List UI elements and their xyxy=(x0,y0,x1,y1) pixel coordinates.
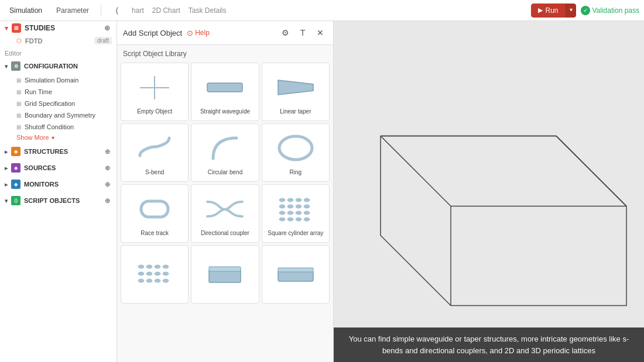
script-objects-label: SCRIPT OBJECTS xyxy=(24,197,80,204)
show-more-button[interactable]: Show More xyxy=(0,133,117,143)
card-item12[interactable] xyxy=(262,245,330,304)
script-objects-add-button[interactable]: ⊕ xyxy=(102,196,112,205)
tab-parameter[interactable]: Parameter xyxy=(52,4,94,17)
sources-collapse-icon: ▸ xyxy=(5,165,8,171)
viewport: You can find simple waveguide or taper s… xyxy=(334,21,644,362)
svg-point-20 xyxy=(296,218,302,221)
structures-collapse-icon: ▸ xyxy=(5,149,8,155)
svg-marker-3 xyxy=(278,80,313,95)
shutoff-condition-label: Shutoff Condition xyxy=(25,123,74,130)
svg-point-7 xyxy=(287,198,293,202)
svg-point-32 xyxy=(155,279,160,282)
card-empty-object[interactable]: Empty Object xyxy=(121,63,189,121)
structures-icon: ◈ xyxy=(11,147,20,156)
sources-add-button[interactable]: ⊕ xyxy=(102,163,112,173)
sidebar-item-boundary-symmetry[interactable]: ⊞ Boundary and Symmetry xyxy=(0,109,117,121)
card-straight-waveguide[interactable]: Straight waveguide xyxy=(191,63,259,121)
straight-waveguide-image xyxy=(204,70,245,105)
main-layout: ▾ ⊞ STUDIES ⊕ ⬡ FDTD draft Editor ▾ ⚙ CO… xyxy=(0,21,644,362)
monitors-add-button[interactable]: ⊕ xyxy=(102,180,112,189)
monitors-collapse-icon: ▸ xyxy=(5,181,8,188)
item10-image xyxy=(134,256,175,291)
fdtd-icon: ⬡ xyxy=(16,37,22,44)
script-objects-icon: ⟨⟩ xyxy=(11,196,20,205)
sidebar-item-simulation-domain[interactable]: ⊞ Simulation Domain xyxy=(0,74,117,86)
card-item10[interactable] xyxy=(121,245,189,304)
svg-point-19 xyxy=(287,218,293,221)
svg-point-13 xyxy=(304,205,310,208)
sidebar-item-grid-specification[interactable]: ⊞ Grid Specification xyxy=(0,98,117,109)
monitors-section-header[interactable]: ▸ ◈ MONITORS ⊕ xyxy=(0,176,117,192)
library-label: Script Object Library xyxy=(117,45,333,60)
card-ring[interactable]: Ring xyxy=(262,123,330,182)
svg-point-10 xyxy=(279,205,285,208)
svg-rect-37 xyxy=(278,268,313,272)
text-button[interactable]: T xyxy=(296,26,310,40)
svg-point-4 xyxy=(279,136,312,160)
configuration-section-header[interactable]: ▾ ⚙ CONFIGURATION xyxy=(0,58,117,74)
svg-point-30 xyxy=(138,279,144,282)
svg-point-14 xyxy=(279,211,285,215)
studies-section-header[interactable]: ▾ ⊞ STUDIES ⊕ xyxy=(0,21,117,35)
sidebar-item-run-time[interactable]: ⊞ Run Time xyxy=(0,86,117,98)
viewport-tooltip: You can find simple waveguide or taper s… xyxy=(334,327,644,362)
help-link[interactable]: ⊙ Help xyxy=(187,29,210,37)
structures-section-header[interactable]: ▸ ◈ STRUCTURES ⊕ xyxy=(0,143,117,160)
chart-tab[interactable]: hart xyxy=(132,6,144,15)
svg-point-18 xyxy=(279,218,285,221)
script-objects-collapse-icon: ▾ xyxy=(5,198,8,204)
svg-point-11 xyxy=(287,205,293,208)
help-label: Help xyxy=(195,29,210,37)
help-icon: ⊙ xyxy=(187,29,193,37)
svg-point-6 xyxy=(279,198,285,202)
close-button[interactable]: ✕ xyxy=(313,26,327,40)
svg-point-12 xyxy=(296,205,302,208)
sidebar-item-shutoff-condition[interactable]: ⊞ Shutoff Condition xyxy=(0,121,117,133)
svg-point-24 xyxy=(155,265,160,268)
svg-line-43 xyxy=(556,136,626,206)
square-cylinder-array-label: Square cylinder array xyxy=(268,229,323,237)
svg-rect-36 xyxy=(278,271,313,281)
ring-image xyxy=(275,131,316,166)
settings-button[interactable]: ⚙ xyxy=(278,26,292,40)
card-item11[interactable] xyxy=(191,245,259,304)
tab-simulation[interactable]: Simulation xyxy=(5,4,47,17)
sources-section-header[interactable]: ▸ ◈ SOURCES ⊕ xyxy=(0,160,117,176)
run-time-label: Run Time xyxy=(25,88,52,95)
collapse-sidebar-button[interactable]: ⟨ xyxy=(108,2,125,19)
card-circular-bend[interactable]: Circular bend xyxy=(191,123,259,182)
2d-chart-tab[interactable]: 2D Chart xyxy=(152,6,180,15)
studies-icon: ⊞ xyxy=(12,23,21,33)
svg-point-16 xyxy=(296,211,302,215)
run-dropdown-button[interactable]: ▾ xyxy=(566,4,576,18)
panel-header: Add Script Object ⊙ Help ⚙ T ✕ xyxy=(117,21,333,45)
validation-badge: ✓ Validation pass xyxy=(581,6,640,15)
chart-tabs: hart 2D Chart Task Details xyxy=(132,6,226,15)
task-details-tab[interactable]: Task Details xyxy=(189,6,227,15)
configuration-label: CONFIGURATION xyxy=(24,63,78,70)
script-objects-section-header[interactable]: ▾ ⟨⟩ SCRIPT OBJECTS ⊕ xyxy=(0,192,117,209)
run-button[interactable]: ▶ Run xyxy=(531,4,565,18)
race-track-image xyxy=(134,192,175,227)
svg-point-25 xyxy=(163,265,169,268)
card-race-track[interactable]: Race track xyxy=(121,184,189,243)
svg-line-38 xyxy=(381,136,451,206)
show-more-chevron xyxy=(52,134,54,141)
empty-object-image xyxy=(134,70,175,105)
show-more-label: Show More xyxy=(16,134,49,141)
panel-icons: ⚙ T ✕ xyxy=(278,26,327,40)
linear-taper-label: Linear taper xyxy=(280,108,311,115)
tooltip-text: You can find simple waveguide or taper s… xyxy=(349,335,629,355)
card-linear-taper[interactable]: Linear taper xyxy=(262,63,330,121)
fdtd-item[interactable]: ⬡ FDTD draft xyxy=(0,35,117,46)
card-square-cylinder-array[interactable]: Square cylinder array xyxy=(262,184,330,243)
card-directional-coupler[interactable]: Directional coupler xyxy=(191,184,259,243)
card-s-bend[interactable]: S-bend xyxy=(121,123,189,182)
config-icon: ⚙ xyxy=(11,61,20,71)
studies-add-button[interactable]: ⊕ xyxy=(102,23,112,33)
sidebar: ▾ ⊞ STUDIES ⊕ ⬡ FDTD draft Editor ▾ ⚙ CO… xyxy=(0,21,117,362)
boundary-symmetry-label: Boundary and Symmetry xyxy=(25,112,95,119)
structures-add-button[interactable]: ⊕ xyxy=(102,147,112,156)
svg-point-21 xyxy=(304,218,310,221)
svg-point-8 xyxy=(296,198,302,202)
